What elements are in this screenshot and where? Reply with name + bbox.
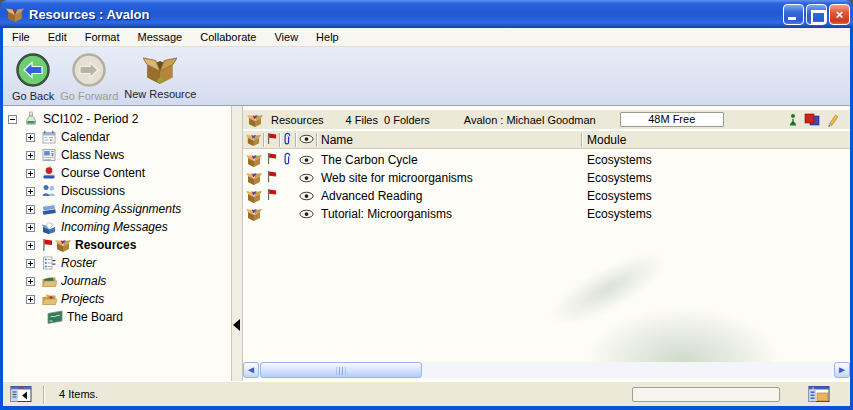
menu-file[interactable]: File — [3, 29, 39, 45]
tree-item-course-content[interactable]: Course Content — [3, 164, 231, 182]
app-box-icon — [6, 5, 24, 23]
journals-icon — [41, 273, 57, 289]
minimize-button[interactable] — [783, 4, 804, 25]
expand-toggle-icon[interactable] — [26, 133, 35, 142]
roster-icon — [41, 255, 57, 271]
tree-item-incoming-messages[interactable]: Incoming Messages — [3, 218, 231, 236]
flag-column-icon[interactable] — [266, 132, 277, 145]
panel-splitter[interactable] — [231, 106, 243, 381]
column-header-name[interactable]: Name — [321, 133, 353, 147]
resource-name[interactable]: Tutorial: Microorganisms — [321, 207, 452, 221]
expand-toggle-icon[interactable] — [26, 295, 35, 304]
expand-toggle-icon[interactable] — [26, 259, 35, 268]
resource-row[interactable]: Web site for microorganisms Ecosystems — [243, 169, 850, 187]
file-count: 4 Files — [346, 114, 378, 126]
collapse-toggle-icon[interactable] — [8, 115, 17, 124]
go-back-icon — [15, 52, 51, 88]
resource-row[interactable]: Tutorial: Microorganisms Ecosystems — [243, 205, 850, 223]
menu-message[interactable]: Message — [129, 29, 192, 45]
eye-icon[interactable] — [299, 155, 314, 165]
resources-box-icon — [246, 188, 262, 204]
tree-item-label: Roster — [61, 256, 96, 270]
tree-item-label: Incoming Assignments — [61, 202, 181, 216]
person-icon[interactable] — [788, 113, 798, 127]
panel-title: Resources — [271, 114, 324, 126]
scroll-left-button[interactable]: ◄ — [243, 362, 259, 378]
tree-item-discussions[interactable]: Discussions — [3, 182, 231, 200]
attachment-icon — [282, 152, 293, 166]
course-tree: SCI102 - Period 2 Calendar Class News Co… — [3, 110, 231, 381]
flag-icon — [266, 152, 277, 165]
tree-item-class-news[interactable]: Class News — [3, 146, 231, 164]
watermark-image — [588, 309, 778, 362]
resource-name[interactable]: The Carbon Cycle — [321, 153, 418, 167]
scrollbar-thumb[interactable] — [260, 362, 422, 378]
tree-root-course[interactable]: SCI102 - Period 2 — [3, 110, 231, 128]
new-resource-button[interactable]: New Resource — [121, 51, 199, 101]
tree-item-resources[interactable]: Resources — [3, 236, 231, 254]
column-header-module[interactable]: Module — [587, 133, 626, 147]
expand-toggle-icon[interactable] — [26, 277, 35, 286]
menu-view[interactable]: View — [265, 29, 307, 45]
tree-item-calendar[interactable]: Calendar — [3, 128, 231, 146]
resource-row[interactable]: Advanced Reading Ecosystems — [243, 187, 850, 205]
resource-name[interactable]: Advanced Reading — [321, 189, 422, 203]
tree-item-label: Calendar — [61, 130, 110, 144]
maximize-button[interactable] — [806, 4, 827, 25]
tree-item-projects[interactable]: Projects — [3, 290, 231, 308]
status-progress-well — [632, 387, 780, 402]
go-forward-icon — [71, 52, 107, 88]
expand-toggle-icon[interactable] — [26, 151, 35, 160]
expand-toggle-icon[interactable] — [26, 223, 35, 232]
expand-toggle-icon[interactable] — [26, 205, 35, 214]
visibility-column-icon[interactable] — [299, 134, 314, 144]
layers-icon[interactable] — [804, 113, 820, 127]
pencil-icon[interactable] — [826, 113, 840, 127]
resources-box-icon — [246, 152, 262, 168]
toggle-panel-icon[interactable] — [10, 385, 32, 403]
flag-icon — [266, 170, 277, 183]
calendar-icon — [41, 129, 57, 145]
horizontal-scrollbar[interactable]: ◄ ► — [243, 362, 850, 378]
close-button[interactable]: × — [829, 4, 850, 25]
resource-name[interactable]: Web site for microorganisms — [321, 171, 473, 185]
flag-icon — [41, 238, 53, 252]
tree-item-incoming-assignments[interactable]: Incoming Assignments — [3, 200, 231, 218]
resource-row[interactable]: The Carbon Cycle Ecosystems — [243, 151, 850, 169]
go-forward-label: Go Forward — [60, 90, 118, 102]
eye-icon[interactable] — [299, 191, 314, 201]
tree-item-label: Incoming Messages — [61, 220, 168, 234]
application-window: Resources : Avalon × File Edit Format Me… — [0, 0, 853, 410]
menu-collaborate[interactable]: Collaborate — [191, 29, 265, 45]
menu-edit[interactable]: Edit — [39, 29, 76, 45]
account-name: Avalon : Michael Goodman — [464, 114, 596, 126]
expand-toggle-icon[interactable] — [26, 169, 35, 178]
menu-help[interactable]: Help — [307, 29, 348, 45]
go-forward-button[interactable]: Go Forward — [57, 51, 121, 103]
layout-toggle-icon[interactable] — [808, 385, 830, 403]
expand-toggle-icon[interactable] — [26, 187, 35, 196]
course-content-icon — [41, 165, 57, 181]
tree-item-label: Resources — [75, 238, 136, 252]
eye-icon[interactable] — [299, 173, 314, 183]
resource-module: Ecosystems — [587, 171, 652, 185]
title-bar[interactable]: Resources : Avalon × — [0, 0, 853, 28]
attachment-column-icon[interactable] — [282, 132, 293, 146]
resources-summary-bar: Resources 4 Files 0 Folders Avalon : Mic… — [243, 110, 850, 130]
scroll-right-button[interactable]: ► — [834, 362, 850, 378]
menu-format[interactable]: Format — [76, 29, 129, 45]
collapse-arrow-icon[interactable] — [233, 319, 240, 331]
window-title: Resources : Avalon — [29, 7, 149, 22]
menu-bar: File Edit Format Message Collaborate Vie… — [3, 28, 850, 47]
tree-item-the-board[interactable]: The Board — [3, 308, 231, 326]
resource-type-column-icon[interactable] — [246, 132, 261, 147]
resource-module: Ecosystems — [587, 153, 652, 167]
expand-toggle-icon[interactable] — [26, 241, 35, 250]
flask-icon — [23, 111, 39, 127]
tree-item-roster[interactable]: Roster — [3, 254, 231, 272]
incoming-assignments-icon — [41, 201, 57, 217]
go-back-button[interactable]: Go Back — [9, 51, 57, 103]
eye-icon[interactable] — [299, 209, 314, 219]
incoming-messages-icon — [41, 219, 57, 235]
tree-item-journals[interactable]: Journals — [3, 272, 231, 290]
